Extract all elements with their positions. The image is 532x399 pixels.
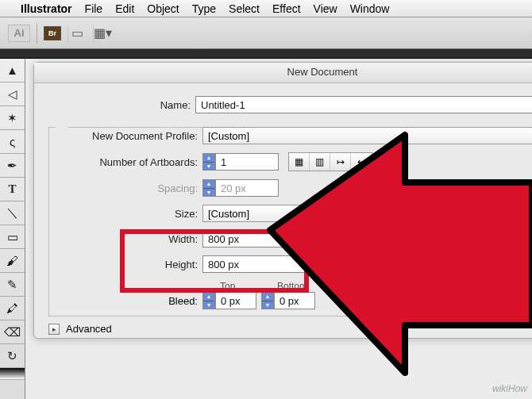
spacing-label: Spacing: [56, 182, 202, 194]
document-icon[interactable]: ▭ [67, 25, 87, 42]
line-tool-icon[interactable]: ＼ [0, 201, 25, 225]
size-value: [Custom] [208, 208, 249, 220]
menu-view[interactable]: View [314, 2, 337, 15]
bleed-header-row: Top Bottom [220, 281, 532, 292]
menu-app-name[interactable]: Illustrator [21, 2, 72, 15]
menu-window[interactable]: Window [350, 2, 390, 15]
pencil-tool-icon[interactable]: ✎ [0, 273, 25, 297]
spacing-stepper[interactable]: ▲▼ [202, 179, 215, 197]
new-document-dialog: New Document Name: . New Document Profil… [33, 62, 532, 339]
artboards-label: Number of Artboards: [56, 156, 202, 168]
arrange-icon[interactable]: ▦▾ [93, 25, 112, 42]
size-label: Size: [56, 208, 202, 220]
size-select[interactable]: [Custom]▴▾ [202, 205, 532, 222]
row-r2l-icon[interactable]: ↤ [351, 153, 372, 171]
canvas-area: New Document Name: . New Document Profil… [25, 59, 532, 399]
paintbrush-tool-icon[interactable]: 🖌 [0, 249, 25, 273]
magic-wand-tool-icon[interactable]: ✶ [0, 106, 25, 130]
artboard-layout-group[interactable]: ▦ ▥ ↦ ↤ [288, 152, 372, 171]
illustrator-badge-icon: Ai [8, 25, 30, 42]
bleed-label: Bleed: [56, 295, 202, 307]
eraser-tool-icon[interactable]: ⌫ [0, 320, 25, 344]
bridge-badge-icon[interactable]: Br [44, 26, 61, 40]
gradient-swatch-icon[interactable] [0, 368, 25, 380]
artboards-input[interactable] [215, 153, 279, 171]
rectangle-tool-icon[interactable]: ▭ [0, 225, 25, 249]
profile-select[interactable]: [Custom]▴▾ [202, 127, 532, 144]
width-input[interactable] [202, 230, 306, 247]
row-l2r-icon[interactable]: ↦ [330, 153, 351, 171]
work-area: ▲ ◁ ✶ ς ✒ T ＼ ▭ 🖌 ✎ 🖍 ⌫ ↻ New Document N… [0, 59, 532, 399]
bleed-top-stepper[interactable]: ▲▼ [202, 292, 215, 309]
type-tool-icon[interactable]: T [0, 178, 25, 201]
artboard-arrow-group[interactable]: → [382, 152, 404, 171]
dialog-title: New Document [34, 63, 532, 83]
menu-file[interactable]: File [85, 2, 103, 15]
menu-object[interactable]: Object [147, 2, 179, 15]
grid-by-row-icon[interactable]: ▦ [289, 153, 310, 171]
arrow-right-icon[interactable]: → [383, 153, 403, 171]
bleed-bottom-stepper[interactable]: ▲▼ [261, 292, 274, 309]
bleed-top-label: Top [220, 281, 277, 292]
app-control-bar: Ai Br ▭ ▦▾ [0, 17, 532, 49]
blob-brush-tool-icon[interactable]: 🖍 [0, 297, 25, 320]
tool-palette: ▲ ◁ ✶ ς ✒ T ＼ ▭ 🖌 ✎ 🖍 ⌫ ↻ [0, 59, 25, 399]
profile-label: New Document Profile: [56, 130, 202, 142]
grid-by-column-icon[interactable]: ▥ [310, 153, 330, 171]
bleed-bottom-input[interactable] [274, 292, 315, 309]
height-label: Height: [56, 259, 202, 270]
panel-divider [0, 49, 532, 59]
mac-menubar: Illustrator File Edit Object Type Select… [0, 0, 532, 17]
watermark: wikiHow [492, 383, 527, 394]
columns-input[interactable] [387, 179, 434, 197]
advanced-row[interactable]: ▸ Advanced [48, 323, 532, 335]
height-input[interactable] [202, 255, 306, 273]
profile-value: [Custom] [208, 130, 249, 142]
spacing-input[interactable] [215, 179, 279, 197]
bleed-top-input[interactable] [215, 292, 256, 309]
lasso-tool-icon[interactable]: ς [0, 130, 25, 154]
bleed-bottom-label: Bottom [277, 281, 334, 292]
advanced-label: Advanced [66, 323, 112, 335]
rotate-tool-icon[interactable]: ↻ [0, 344, 25, 368]
menu-type[interactable]: Type [192, 2, 216, 15]
menu-effect[interactable]: Effect [272, 2, 301, 15]
columns-stepper[interactable]: ▲▼ [374, 179, 387, 197]
columns-label: Columns: [279, 182, 374, 194]
disclosure-triangle-icon[interactable]: ▸ [48, 324, 60, 335]
document-settings-group: . New Document Profile: [Custom]▴▾ Numbe… [48, 121, 532, 317]
direct-selection-tool-icon[interactable]: ◁ [0, 82, 25, 106]
menu-edit[interactable]: Edit [115, 2, 134, 15]
width-label: Width: [56, 233, 202, 245]
pen-tool-icon[interactable]: ✒ [0, 154, 25, 178]
menu-select[interactable]: Select [229, 2, 260, 15]
artboards-stepper[interactable]: ▲▼ [202, 153, 215, 171]
selection-tool-icon[interactable]: ▲ [0, 59, 25, 82]
name-label: Name: [48, 99, 195, 111]
name-input[interactable] [195, 96, 532, 113]
